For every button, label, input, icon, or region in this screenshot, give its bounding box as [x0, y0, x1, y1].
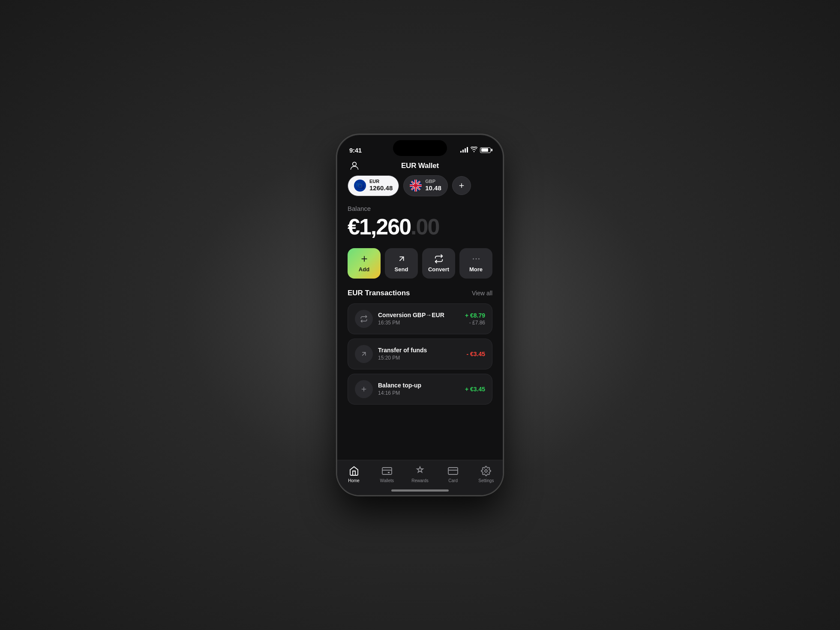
- svg-point-9: [475, 258, 477, 259]
- svg-point-19: [485, 470, 487, 472]
- svg-point-8: [473, 258, 474, 259]
- balance-section: Balance €1,260.00: [337, 205, 503, 248]
- transactions-section: EUR Transactions View all Conversion GBP…: [337, 289, 503, 405]
- convert-label: Convert: [428, 266, 449, 273]
- amount-secondary-conversion: - £7.86: [465, 320, 485, 326]
- svg-line-7: [399, 257, 403, 261]
- header-title: EUR Wallet: [401, 162, 439, 170]
- transfer-icon: [355, 345, 373, 363]
- conversion-icon: [355, 310, 373, 328]
- convert-button[interactable]: Convert: [422, 248, 455, 279]
- eur-amount: 1260.48: [369, 184, 393, 192]
- svg-line-11: [362, 352, 366, 356]
- more-button[interactable]: More: [459, 248, 492, 279]
- nav-home[interactable]: Home: [341, 465, 367, 483]
- svg-point-0: [353, 162, 357, 166]
- transaction-time-conversion: 16:35 PM: [378, 320, 460, 326]
- view-all-button[interactable]: View all: [472, 290, 492, 297]
- profile-button[interactable]: [348, 159, 361, 173]
- nav-home-label: Home: [348, 478, 360, 483]
- nav-settings-label: Settings: [478, 478, 494, 483]
- nav-rewards-label: Rewards: [411, 478, 428, 483]
- gbp-currency-pill[interactable]: GBP 10.48: [403, 175, 448, 196]
- add-currency-button[interactable]: [452, 176, 471, 195]
- nav-card[interactable]: Card: [440, 465, 466, 483]
- amount-primary-conversion: + €8.79: [465, 312, 485, 319]
- currency-selector: 🇪🇺 EUR 1260.48: [337, 175, 503, 196]
- svg-rect-17: [448, 468, 458, 474]
- wifi-icon: [471, 147, 477, 153]
- header: EUR Wallet: [337, 158, 503, 175]
- status-time: 9:41: [349, 147, 362, 154]
- add-button[interactable]: Add: [348, 248, 381, 279]
- nav-wallets[interactable]: Wallets: [374, 465, 400, 483]
- balance-amount: €1,260.00: [348, 214, 492, 240]
- svg-rect-14: [382, 468, 392, 474]
- transaction-item-conversion[interactable]: Conversion GBP→EUR 16:35 PM + €8.79 - £7…: [348, 303, 492, 334]
- eur-flag: 🇪🇺: [354, 180, 366, 192]
- topup-icon: [355, 380, 373, 398]
- gbp-amount: 10.48: [425, 184, 441, 192]
- add-label: Add: [359, 266, 369, 273]
- rewards-icon: [414, 465, 426, 477]
- eur-currency-pill[interactable]: 🇪🇺 EUR 1260.48: [348, 175, 399, 196]
- send-label: Send: [395, 266, 408, 273]
- home-indicator: [391, 489, 449, 492]
- transaction-name-transfer: Transfer of funds: [378, 347, 461, 354]
- phone-frame: 9:41: [336, 134, 504, 496]
- balance-whole: €1,260: [348, 214, 411, 239]
- battery-icon: [480, 147, 491, 153]
- dynamic-island: [393, 140, 447, 156]
- svg-point-10: [478, 258, 480, 259]
- transaction-name-conversion: Conversion GBP→EUR: [378, 312, 460, 318]
- eur-code: EUR: [369, 179, 393, 184]
- nav-wallets-label: Wallets: [380, 478, 394, 483]
- balance-label: Balance: [348, 205, 492, 212]
- amount-primary-transfer: - €3.45: [466, 351, 485, 357]
- transaction-name-topup: Balance top-up: [378, 382, 460, 389]
- transaction-time-transfer: 15:20 PM: [378, 355, 461, 361]
- nav-rewards[interactable]: Rewards: [407, 465, 433, 483]
- status-icons: [460, 147, 491, 153]
- nav-settings[interactable]: Settings: [473, 465, 499, 483]
- gbp-code: GBP: [425, 179, 441, 184]
- home-icon: [348, 465, 360, 477]
- gbp-flag: [410, 180, 422, 192]
- card-icon: [447, 465, 459, 477]
- send-button[interactable]: Send: [385, 248, 418, 279]
- svg-rect-16: [388, 472, 390, 473]
- wallets-icon: [381, 465, 393, 477]
- amount-primary-topup: + €3.45: [465, 386, 485, 393]
- transactions-title: EUR Transactions: [348, 289, 410, 297]
- transaction-item-topup[interactable]: Balance top-up 14:16 PM + €3.45: [348, 374, 492, 405]
- signal-icon: [460, 147, 468, 153]
- more-label: More: [469, 266, 483, 273]
- action-buttons: Add Send Convert More: [337, 248, 503, 289]
- transaction-time-topup: 14:16 PM: [378, 390, 460, 396]
- nav-card-label: Card: [448, 478, 458, 483]
- phone-screen: 9:41: [337, 135, 503, 495]
- settings-icon: [480, 465, 492, 477]
- transactions-header: EUR Transactions View all: [348, 289, 492, 297]
- balance-cents: .00: [411, 214, 439, 239]
- transaction-item-transfer[interactable]: Transfer of funds 15:20 PM - €3.45: [348, 339, 492, 369]
